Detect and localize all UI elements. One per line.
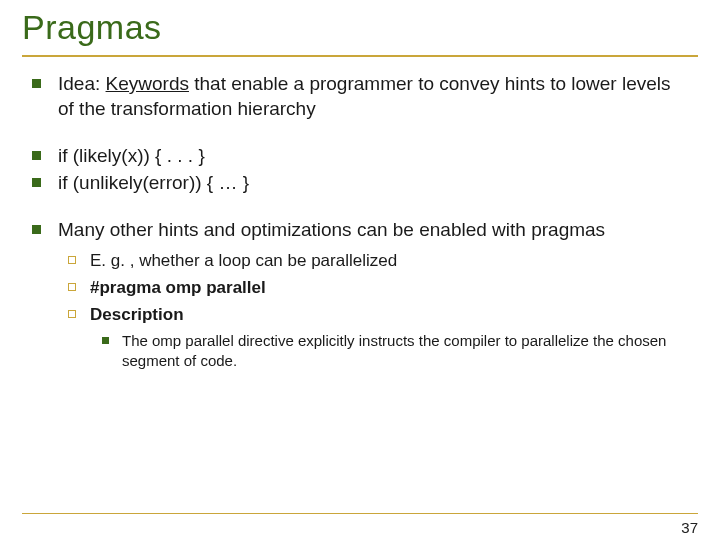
slide: Pragmas Idea: Keywords that enable a pro…	[0, 0, 720, 540]
bullet-unlikely: if (unlikely(error)) { … }	[32, 170, 690, 195]
bullet-likely: if (likely(x)) { . . . }	[32, 143, 690, 168]
sub-parallelized: E. g. , whether a loop can be paralleliz…	[68, 250, 690, 273]
text: if (likely(x)) { . . . }	[58, 145, 205, 166]
title-rule	[22, 55, 698, 57]
text: Many other hints and optimizations can b…	[58, 219, 605, 240]
text: Description	[90, 305, 184, 324]
text: E. g. , whether a loop can be paralleliz…	[90, 251, 397, 270]
keywords-underline: Keywords	[106, 73, 189, 94]
slide-title: Pragmas	[22, 8, 698, 53]
bullet-many-other: Many other hints and optimizations can b…	[32, 217, 690, 371]
text: #pragma omp parallel	[90, 278, 266, 297]
page-number: 37	[681, 519, 698, 536]
sub-description: Description The omp parallel directive e…	[68, 304, 690, 371]
text: Idea:	[58, 73, 106, 94]
bullet-idea: Idea: Keywords that enable a programmer …	[32, 71, 690, 121]
footer-rule	[22, 513, 698, 514]
sub-list: E. g. , whether a loop can be paralleliz…	[68, 250, 690, 371]
text: if (unlikely(error)) { … }	[58, 172, 249, 193]
sub-pragma-omp: #pragma omp parallel	[68, 277, 690, 300]
sub-sub-omp-desc: The omp parallel directive explicitly in…	[102, 331, 690, 372]
sub-sub-list: The omp parallel directive explicitly in…	[102, 331, 690, 372]
bullet-list: Idea: Keywords that enable a programmer …	[22, 71, 698, 372]
text: The omp parallel directive explicitly in…	[122, 332, 666, 369]
